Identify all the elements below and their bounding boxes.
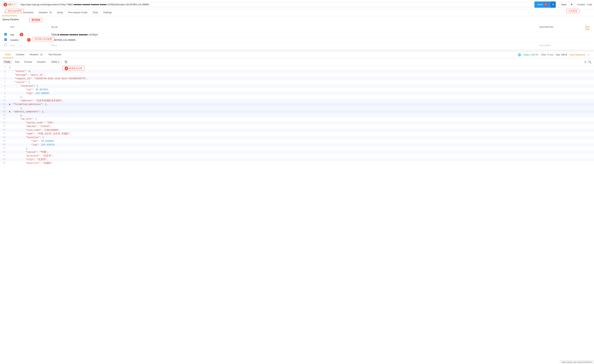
code-line: 26 "city_code": "156110000", xyxy=(0,128,594,132)
status-size: Size: 906 B xyxy=(556,54,567,56)
request-tabs-bar: Params Authorization Headers 6 Body Pre-… xyxy=(0,9,594,16)
row3-value: Value xyxy=(49,43,538,48)
code-line: 27 "name": "中国,北京市,北京市,东城区", xyxy=(0,132,594,136)
code-line: 30 "lng": 116.434578 xyxy=(0,143,594,147)
method-badge: 1 xyxy=(3,3,7,7)
cookies-link[interactable]: Cookies xyxy=(577,3,585,6)
search-icon[interactable]: 🔍 xyxy=(588,60,591,64)
save-response-button[interactable]: Save Response xyxy=(570,54,585,56)
method-select[interactable]: 1 GET ▼ xyxy=(2,2,17,7)
tab-headers-response[interactable]: Headers 6 xyxy=(27,51,46,58)
section-title: Query Params xyxy=(3,18,591,21)
bulk-edit-button[interactable]: Bulk Edit xyxy=(585,26,590,31)
col-description: DESCRIPTION xyxy=(538,22,584,32)
code-line: 8 "lng": 116.396885 xyxy=(0,92,594,95)
row3-desc: Description xyxy=(538,43,584,48)
save-button[interactable]: Save xyxy=(558,1,569,7)
format-label: JSON xyxy=(51,61,57,63)
row1-check[interactable] xyxy=(3,32,9,37)
code-line: 34 "city": "北京市", xyxy=(0,158,594,162)
code-view: 1 { 2 "status": 0, 3 "message": "query o… xyxy=(0,66,594,165)
code-line: 28 "location": { xyxy=(0,136,594,139)
params-section: Query Params KEY 填写密钥 VALUE DESCRIPTION … xyxy=(0,16,594,50)
code-link[interactable]: Code xyxy=(587,3,592,6)
row2-value: 39.907893,116.396885 xyxy=(49,37,538,43)
tab-params[interactable]: Params xyxy=(2,9,17,16)
tab-tests[interactable]: Tests xyxy=(90,9,101,16)
header-links: Cookies Code xyxy=(577,3,592,6)
method-label: GET xyxy=(8,3,13,6)
code-line: 5 "result": { xyxy=(0,81,594,84)
collapse-11[interactable]: ▶ xyxy=(9,103,12,106)
row2-checkbox[interactable] xyxy=(4,38,7,41)
row1-value: TIBBZ■-■■■■■■-■■■■■■-■■■■■■-I-EFBQX xyxy=(49,32,538,37)
url-input[interactable] xyxy=(19,2,533,7)
row3-checkbox[interactable] xyxy=(4,44,7,46)
code-line: 14 }, xyxy=(0,106,594,110)
response-status: 🌐 Status: 200 OK Time: 71 ms Size: 906 B… xyxy=(518,53,591,56)
method-chevron-icon: ▼ xyxy=(14,3,15,6)
row1-key: key 2 xyxy=(9,32,49,37)
format-select[interactable]: JSON ▼ xyxy=(50,60,61,64)
code-line: 11 ▶ "formatted_addresses": {… xyxy=(0,103,594,106)
code-line: 7 "lat": 39.907893, xyxy=(0,88,594,92)
col-more: ··· Bulk Edit xyxy=(584,22,591,32)
send-button-group: Send 4 ▼ xyxy=(534,1,556,8)
tab-pre-request[interactable]: Pre-request Script xyxy=(66,9,90,16)
code-line: 29 "lat": 39.916668, xyxy=(0,139,594,143)
send-button[interactable]: Send 4 xyxy=(534,1,550,8)
badge-3: 3 xyxy=(27,38,31,42)
col-check xyxy=(3,22,9,32)
code-line: 33 "province": "北京市", xyxy=(0,154,594,158)
row3-more xyxy=(584,43,591,48)
code-actions: ⧉ 🔍 xyxy=(584,60,591,64)
copy-icon[interactable]: ⧉ xyxy=(584,60,587,64)
response-tabs-bar: Body Cookies Headers 6 Test Results 🌐 St… xyxy=(0,51,594,58)
send-badge: 4 xyxy=(544,3,547,6)
row2-desc xyxy=(538,37,584,43)
tab-visualize[interactable]: Visualize xyxy=(35,60,47,64)
code-line: 3 "message": "query ok", xyxy=(0,73,594,77)
tab-raw[interactable]: Raw xyxy=(13,60,21,64)
tab-cookies-response[interactable]: Cookies xyxy=(13,51,27,58)
code-line: 9 }, xyxy=(0,95,594,99)
wrap-icon[interactable] xyxy=(63,59,68,65)
code-line: 32 "nation": "中国", xyxy=(0,150,594,154)
code-line: 22 }, xyxy=(0,114,594,117)
tab-authorization[interactable]: Authorization xyxy=(17,9,36,16)
row1-more xyxy=(584,32,591,37)
code-line: 35 "district": "东城区" xyxy=(0,162,594,165)
status-time: Time: 71 ms xyxy=(541,54,553,56)
code-line: 1 { xyxy=(0,66,594,69)
row1-desc xyxy=(538,32,584,37)
code-line: 23 "ad_info": { xyxy=(0,117,594,121)
row2-more xyxy=(584,37,591,43)
table-row: location 3 填写接口其他参数 39.907893,116.396885 xyxy=(3,37,591,43)
tab-headers[interactable]: Headers 6 xyxy=(36,9,55,16)
row2-check[interactable] xyxy=(3,37,9,43)
tab-settings[interactable]: Settings xyxy=(101,9,114,16)
header-bar: 1 GET ▼ 指定为get类型 Send 4 ▼ Save ▼ 点击发送 Co… xyxy=(0,0,594,9)
table-row: Key Value Description xyxy=(3,43,591,48)
tab-preview[interactable]: Preview xyxy=(22,60,34,64)
collapse-15[interactable]: ▶ xyxy=(9,110,12,114)
col-key: KEY 填写密钥 xyxy=(9,22,49,32)
save-button-group: Save ▼ xyxy=(558,1,574,7)
code-line: 2 "status": 0, xyxy=(0,69,594,73)
tab-body-response[interactable]: Body xyxy=(3,51,13,58)
globe-icon: 🌐 xyxy=(518,53,521,56)
send-label: Send xyxy=(537,3,543,6)
row3-check[interactable] xyxy=(3,43,9,48)
section-divider xyxy=(0,50,594,51)
tab-test-results[interactable]: Test Results xyxy=(46,51,64,58)
tab-body[interactable]: Body xyxy=(55,9,66,16)
response-section: Body Cookies Headers 6 Test Results 🌐 St… xyxy=(0,51,594,165)
save-response-chevron: ▼ xyxy=(588,54,590,56)
code-line: 25 "adcode": "110101", xyxy=(0,125,594,128)
tab-pretty[interactable]: Pretty xyxy=(3,60,12,64)
badge-2: 2 xyxy=(20,33,23,36)
save-dropdown-button[interactable]: ▼ xyxy=(569,1,574,7)
code-line: 31 }, xyxy=(0,147,594,150)
row1-checkbox[interactable] xyxy=(4,33,7,35)
send-dropdown-button[interactable]: ▼ xyxy=(550,1,556,8)
